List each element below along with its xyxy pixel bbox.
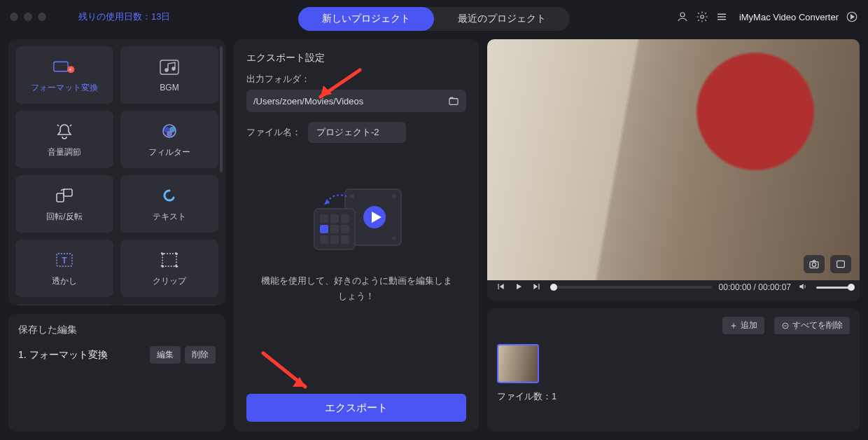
- svg-rect-16: [162, 254, 176, 266]
- svg-point-0: [680, 13, 685, 17]
- filter-icon: [158, 121, 181, 141]
- text-icon: [158, 186, 181, 205]
- titlebar: 残りの使用日数：13日 新しいプロジェクト 最近のプロジェクト iMyMac V…: [0, 0, 868, 34]
- tool-rotate[interactable]: 回転/反転: [15, 175, 113, 233]
- svg-rect-35: [320, 235, 328, 244]
- svg-point-39: [812, 263, 816, 266]
- timeline-slider[interactable]: [550, 286, 712, 289]
- output-folder-path: /Users/zoen/Movies/Videos: [253, 96, 363, 106]
- svg-point-11: [167, 131, 172, 137]
- saved-edit-row: 1. フォーマット変換 編集 削除: [18, 346, 216, 364]
- tool-label: BGM: [160, 83, 178, 92]
- output-folder-field[interactable]: /Users/zoen/Movies/Videos: [246, 90, 466, 112]
- svg-rect-13: [64, 189, 72, 196]
- play-button[interactable]: [514, 282, 525, 293]
- file-count-label: ファイル数：1: [497, 390, 850, 403]
- export-heading: エクスポート設定: [246, 52, 466, 64]
- music-icon: [158, 57, 181, 77]
- svg-point-23: [350, 194, 354, 198]
- svg-rect-34: [341, 225, 349, 233]
- folder-browse-icon[interactable]: [448, 95, 459, 106]
- svg-rect-30: [330, 214, 339, 223]
- filename-label: ファイル名：: [246, 126, 301, 139]
- svg-rect-12: [57, 193, 64, 202]
- tool-label: 回転/反転: [46, 211, 82, 223]
- window-controls[interactable]: [10, 13, 46, 21]
- tab-recent-projects[interactable]: 最近のプロジェクト: [434, 7, 570, 31]
- tool-hidden-row[interactable]: [15, 304, 113, 305]
- annotation-arrow-icon: [255, 348, 318, 397]
- trial-days-label: 残りの使用日数：13日: [78, 11, 170, 23]
- next-button[interactable]: [532, 282, 543, 293]
- transport-controls: 00:00:00 / 00:00:07: [487, 280, 860, 296]
- clear-all-button[interactable]: すべてを削除: [774, 317, 850, 334]
- svg-point-1: [701, 15, 704, 19]
- svg-rect-32: [320, 225, 328, 233]
- svg-rect-5: [160, 60, 178, 74]
- svg-point-17: [162, 252, 164, 254]
- scrollbar-thumb[interactable]: [220, 46, 223, 172]
- svg-rect-3: [54, 62, 68, 71]
- menu-icon[interactable]: [715, 11, 728, 23]
- tool-label: 音量調節: [48, 146, 81, 158]
- volume-slider[interactable]: [816, 287, 851, 289]
- tool-format-convert[interactable]: フォーマット変換: [15, 46, 113, 104]
- saved-edit-name: 1. フォーマット変換: [18, 349, 146, 362]
- file-thumbnail[interactable]: [497, 344, 539, 383]
- tool-volume[interactable]: 音量調節: [15, 111, 113, 168]
- tool-watermark[interactable]: T 透かし: [15, 240, 113, 297]
- timecode: 00:00:00 / 00:00:07: [719, 282, 791, 292]
- svg-point-18: [176, 252, 178, 254]
- add-file-button[interactable]: 追加: [722, 317, 764, 334]
- account-icon[interactable]: [676, 11, 689, 23]
- svg-rect-31: [341, 214, 349, 223]
- crop-icon: [158, 250, 181, 270]
- tool-text[interactable]: テキスト: [120, 175, 218, 233]
- svg-text:T: T: [62, 256, 67, 266]
- gear-icon[interactable]: [696, 11, 708, 23]
- files-panel: 追加 すべてを削除 ファイル数：1: [487, 308, 860, 432]
- convert-icon: [53, 57, 76, 76]
- tool-label: クリップ: [153, 275, 186, 287]
- delete-button[interactable]: 削除: [185, 346, 216, 364]
- export-panel: エクスポート設定 出力フォルダ： /Users/zoen/Movies/Vide…: [234, 39, 479, 432]
- svg-rect-37: [341, 235, 349, 244]
- svg-point-24: [392, 194, 396, 198]
- edit-button[interactable]: 編集: [150, 346, 181, 364]
- svg-point-19: [162, 265, 164, 267]
- watermark-icon: T: [53, 250, 76, 270]
- export-illustration: [246, 185, 466, 262]
- volume-icon[interactable]: [798, 282, 809, 293]
- svg-rect-29: [320, 214, 328, 223]
- prev-button[interactable]: [496, 282, 507, 293]
- tool-bgm[interactable]: BGM: [120, 46, 218, 104]
- video-preview[interactable]: [487, 39, 860, 280]
- tool-clip[interactable]: クリップ: [120, 240, 218, 297]
- snapshot-button[interactable]: [804, 255, 825, 273]
- svg-rect-36: [330, 235, 339, 244]
- saved-edits-panel: 保存した編集 1. フォーマット変換 編集 削除: [8, 314, 225, 432]
- app-logo-icon: [846, 11, 858, 23]
- tool-label: フィルター: [148, 146, 190, 158]
- filename-input[interactable]: プロジェクト-2: [308, 122, 406, 143]
- tool-label: テキスト: [153, 211, 186, 223]
- fullscreen-button[interactable]: [830, 255, 851, 273]
- tool-hidden-row[interactable]: [120, 304, 218, 305]
- export-hint: 機能を使用して、好きのように動画を編集しましょう！: [246, 273, 466, 304]
- export-button[interactable]: エクスポート: [246, 394, 466, 422]
- tool-label: 透かし: [52, 275, 77, 287]
- app-name: iMyMac Video Converter: [739, 12, 839, 22]
- tab-new-project[interactable]: 新しいプロジェクト: [298, 7, 434, 31]
- svg-rect-33: [330, 225, 339, 233]
- video-preview-panel: 00:00:00 / 00:00:07: [487, 39, 860, 301]
- svg-rect-40: [837, 261, 845, 267]
- rotate-icon: [53, 186, 76, 205]
- svg-rect-21: [449, 99, 458, 105]
- output-folder-label: 出力フォルダ：: [246, 73, 466, 85]
- tool-label: フォーマット変換: [31, 82, 98, 94]
- tool-grid: フォーマット変換 BGM 音量調節: [8, 39, 225, 305]
- bell-icon: [53, 121, 76, 141]
- svg-point-26: [392, 236, 396, 240]
- tool-filter[interactable]: フィルター: [120, 111, 218, 168]
- svg-point-20: [176, 265, 178, 267]
